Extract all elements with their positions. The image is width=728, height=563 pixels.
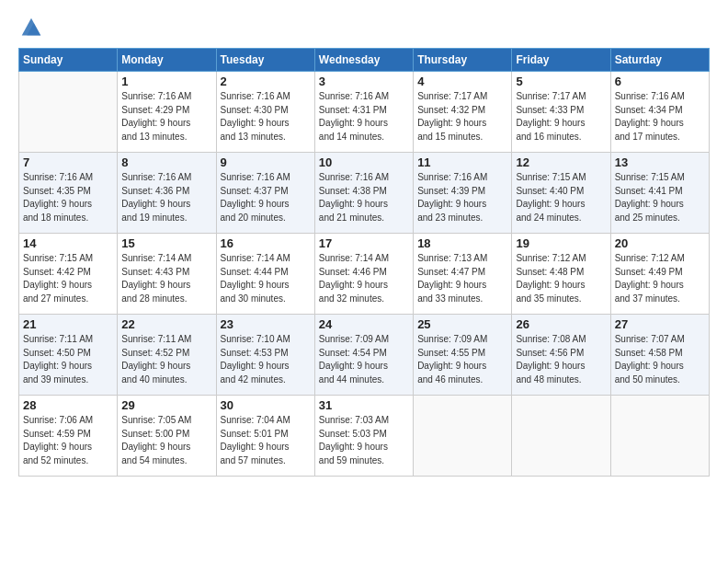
day-info: Sunrise: 7:16 AMSunset: 4:29 PMDaylight:… — [121, 90, 211, 144]
day-number: 4 — [417, 75, 507, 88]
day-cell: 25Sunrise: 7:09 AMSunset: 4:55 PMDayligh… — [414, 315, 512, 396]
day-cell: 19Sunrise: 7:12 AMSunset: 4:48 PMDayligh… — [512, 234, 610, 315]
day-info: Sunrise: 7:16 AMSunset: 4:31 PMDaylight:… — [319, 90, 409, 144]
day-cell — [19, 72, 118, 153]
day-number: 31 — [319, 398, 409, 412]
day-number: 12 — [516, 155, 606, 169]
day-number: 18 — [417, 236, 507, 250]
page: SundayMondayTuesdayWednesdayThursdayFrid… — [0, 0, 728, 486]
week-row-0: 1Sunrise: 7:16 AMSunset: 4:29 PMDaylight… — [19, 72, 710, 153]
week-row-1: 7Sunrise: 7:16 AMSunset: 4:35 PMDaylight… — [19, 153, 710, 234]
day-info: Sunrise: 7:16 AMSunset: 4:38 PMDaylight:… — [319, 171, 409, 224]
day-info: Sunrise: 7:10 AMSunset: 4:53 PMDaylight:… — [221, 333, 311, 386]
day-number: 3 — [319, 75, 409, 88]
day-number: 11 — [417, 155, 507, 169]
day-cell — [610, 396, 709, 477]
day-cell: 23Sunrise: 7:10 AMSunset: 4:53 PMDayligh… — [216, 315, 314, 396]
day-cell: 7Sunrise: 7:16 AMSunset: 4:35 PMDaylight… — [19, 153, 118, 234]
day-info: Sunrise: 7:11 AMSunset: 4:50 PMDaylight:… — [23, 333, 113, 386]
day-cell: 1Sunrise: 7:16 AMSunset: 4:29 PMDaylight… — [118, 72, 216, 153]
day-number: 7 — [23, 155, 113, 169]
day-number: 21 — [23, 317, 113, 331]
day-cell: 12Sunrise: 7:15 AMSunset: 4:40 PMDayligh… — [512, 153, 610, 234]
day-cell: 24Sunrise: 7:09 AMSunset: 4:54 PMDayligh… — [314, 315, 413, 396]
calendar-header-row: SundayMondayTuesdayWednesdayThursdayFrid… — [19, 49, 710, 72]
day-number: 27 — [615, 317, 705, 331]
week-row-2: 14Sunrise: 7:15 AMSunset: 4:42 PMDayligh… — [19, 234, 710, 315]
calendar-table: SundayMondayTuesdayWednesdayThursdayFrid… — [18, 48, 710, 477]
col-header-thursday: Thursday — [414, 49, 512, 72]
day-number: 25 — [417, 317, 507, 331]
day-cell: 3Sunrise: 7:16 AMSunset: 4:31 PMDaylight… — [314, 72, 413, 153]
day-number: 28 — [23, 398, 113, 412]
day-info: Sunrise: 7:15 AMSunset: 4:40 PMDaylight:… — [516, 171, 606, 224]
day-number: 9 — [221, 155, 311, 169]
day-info: Sunrise: 7:12 AMSunset: 4:48 PMDaylight:… — [516, 252, 606, 305]
day-cell: 9Sunrise: 7:16 AMSunset: 4:37 PMDaylight… — [216, 153, 314, 234]
day-cell: 21Sunrise: 7:11 AMSunset: 4:50 PMDayligh… — [19, 315, 118, 396]
day-info: Sunrise: 7:16 AMSunset: 4:34 PMDaylight:… — [615, 90, 705, 144]
day-number: 23 — [221, 317, 311, 331]
day-cell: 2Sunrise: 7:16 AMSunset: 4:30 PMDaylight… — [216, 72, 314, 153]
day-cell: 15Sunrise: 7:14 AMSunset: 4:43 PMDayligh… — [118, 234, 216, 315]
day-cell: 29Sunrise: 7:05 AMSunset: 5:00 PMDayligh… — [118, 396, 216, 477]
day-cell: 30Sunrise: 7:04 AMSunset: 5:01 PMDayligh… — [216, 396, 314, 477]
day-number: 19 — [516, 236, 606, 250]
day-number: 2 — [221, 75, 311, 88]
col-header-sunday: Sunday — [19, 49, 118, 72]
calendar-body: 1Sunrise: 7:16 AMSunset: 4:29 PMDaylight… — [19, 72, 710, 477]
day-info: Sunrise: 7:15 AMSunset: 4:42 PMDaylight:… — [23, 252, 113, 305]
day-number: 22 — [121, 317, 211, 331]
day-cell: 13Sunrise: 7:15 AMSunset: 4:41 PMDayligh… — [610, 153, 709, 234]
day-cell: 17Sunrise: 7:14 AMSunset: 4:46 PMDayligh… — [314, 234, 413, 315]
col-header-saturday: Saturday — [610, 49, 709, 72]
day-cell: 14Sunrise: 7:15 AMSunset: 4:42 PMDayligh… — [19, 234, 118, 315]
day-info: Sunrise: 7:17 AMSunset: 4:32 PMDaylight:… — [417, 90, 507, 144]
day-cell: 6Sunrise: 7:16 AMSunset: 4:34 PMDaylight… — [610, 72, 709, 153]
day-number: 26 — [516, 317, 606, 331]
col-header-tuesday: Tuesday — [216, 49, 314, 72]
day-info: Sunrise: 7:11 AMSunset: 4:52 PMDaylight:… — [121, 333, 211, 386]
day-number: 14 — [23, 236, 113, 250]
day-number: 10 — [319, 155, 409, 169]
day-cell: 20Sunrise: 7:12 AMSunset: 4:49 PMDayligh… — [610, 234, 709, 315]
day-number: 16 — [221, 236, 311, 250]
day-info: Sunrise: 7:15 AMSunset: 4:41 PMDaylight:… — [615, 171, 705, 224]
day-number: 29 — [121, 398, 211, 412]
day-info: Sunrise: 7:16 AMSunset: 4:37 PMDaylight:… — [221, 171, 311, 224]
day-number: 24 — [319, 317, 409, 331]
day-cell: 8Sunrise: 7:16 AMSunset: 4:36 PMDaylight… — [118, 153, 216, 234]
day-cell: 26Sunrise: 7:08 AMSunset: 4:56 PMDayligh… — [512, 315, 610, 396]
day-info: Sunrise: 7:14 AMSunset: 4:44 PMDaylight:… — [221, 252, 311, 305]
day-cell: 4Sunrise: 7:17 AMSunset: 4:32 PMDaylight… — [414, 72, 512, 153]
day-cell: 16Sunrise: 7:14 AMSunset: 4:44 PMDayligh… — [216, 234, 314, 315]
day-info: Sunrise: 7:12 AMSunset: 4:49 PMDaylight:… — [615, 252, 705, 305]
day-info: Sunrise: 7:04 AMSunset: 5:01 PMDaylight:… — [221, 414, 311, 467]
week-row-4: 28Sunrise: 7:06 AMSunset: 4:59 PMDayligh… — [19, 396, 710, 477]
day-cell: 18Sunrise: 7:13 AMSunset: 4:47 PMDayligh… — [414, 234, 512, 315]
day-info: Sunrise: 7:13 AMSunset: 4:47 PMDaylight:… — [417, 252, 507, 305]
day-info: Sunrise: 7:05 AMSunset: 5:00 PMDaylight:… — [121, 414, 211, 467]
logo — [18, 15, 48, 40]
day-info: Sunrise: 7:17 AMSunset: 4:33 PMDaylight:… — [516, 90, 606, 144]
col-header-wednesday: Wednesday — [314, 49, 413, 72]
day-cell: 27Sunrise: 7:07 AMSunset: 4:58 PMDayligh… — [610, 315, 709, 396]
col-header-friday: Friday — [512, 49, 610, 72]
day-number: 20 — [615, 236, 705, 250]
day-number: 5 — [516, 75, 606, 88]
logo-icon — [18, 15, 44, 40]
day-info: Sunrise: 7:16 AMSunset: 4:30 PMDaylight:… — [221, 90, 311, 144]
day-info: Sunrise: 7:09 AMSunset: 4:54 PMDaylight:… — [319, 333, 409, 386]
day-info: Sunrise: 7:14 AMSunset: 4:43 PMDaylight:… — [121, 252, 211, 305]
week-row-3: 21Sunrise: 7:11 AMSunset: 4:50 PMDayligh… — [19, 315, 710, 396]
day-number: 15 — [121, 236, 211, 250]
col-header-monday: Monday — [118, 49, 216, 72]
day-info: Sunrise: 7:14 AMSunset: 4:46 PMDaylight:… — [319, 252, 409, 305]
day-cell: 5Sunrise: 7:17 AMSunset: 4:33 PMDaylight… — [512, 72, 610, 153]
day-info: Sunrise: 7:16 AMSunset: 4:35 PMDaylight:… — [23, 171, 113, 224]
day-cell: 28Sunrise: 7:06 AMSunset: 4:59 PMDayligh… — [19, 396, 118, 477]
header — [18, 15, 710, 40]
day-number: 17 — [319, 236, 409, 250]
day-number: 6 — [615, 75, 705, 88]
day-number: 1 — [121, 75, 211, 88]
